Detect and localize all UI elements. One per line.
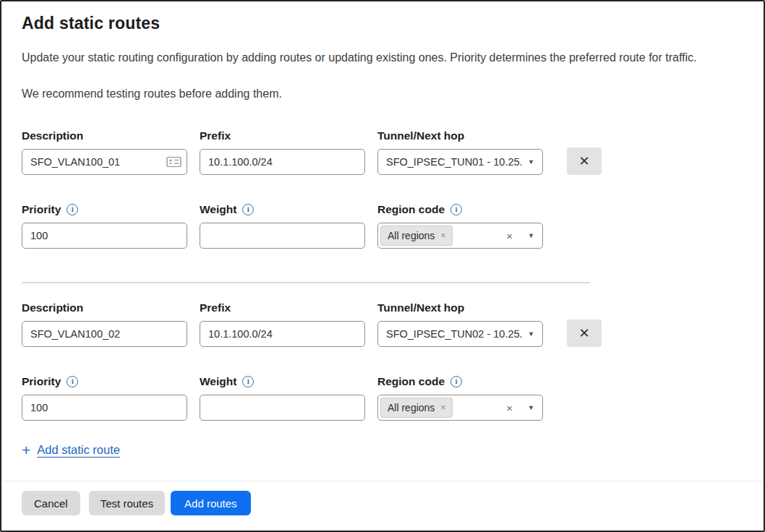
add-routes-button[interactable]: Add routes [171, 491, 251, 515]
weight-info-icon[interactable]: i [242, 204, 254, 215]
chip-remove-icon[interactable]: × [440, 231, 445, 240]
dialog-description: Update your static routing configuration… [22, 51, 743, 65]
remove-route-button[interactable]: ✕ [567, 147, 602, 175]
weight-label: Weight [200, 202, 236, 216]
chevron-down-icon: ▼ [528, 158, 534, 166]
page-title: Add static routes [22, 13, 743, 33]
test-routes-button[interactable]: Test routes [89, 491, 165, 515]
priority-label: Priority [22, 202, 61, 216]
route-group-2: Description Prefix Tunnel/Next hop [22, 301, 743, 421]
route-group-divider [22, 282, 590, 283]
tunnel-select[interactable]: SFO_IPSEC_TUN02 - 10.25... ▼ [377, 321, 543, 347]
description-label: Description [22, 301, 83, 314]
region-code-info-icon[interactable]: i [450, 376, 462, 387]
weight-info-icon[interactable]: i [242, 376, 254, 387]
priority-label: Priority [22, 374, 61, 388]
description-label: Description [22, 129, 83, 142]
close-icon: ✕ [578, 155, 589, 168]
region-chip[interactable]: All regions × [380, 398, 453, 418]
region-code-label: Region code [377, 202, 445, 216]
dialog-footer: Cancel Test routes Add routes [1, 481, 764, 515]
region-code-label: Region code [377, 374, 445, 388]
add-static-route-link[interactable]: + Add static route [22, 442, 120, 458]
prefix-label: Prefix [200, 129, 231, 142]
priority-info-icon[interactable]: i [67, 204, 78, 215]
region-chip-label: All regions [388, 230, 435, 241]
region-code-info-icon[interactable]: i [450, 204, 462, 215]
tunnel-selected-value: SFO_IPSEC_TUN02 - 10.25... [386, 328, 522, 340]
dialog-note: We recommend testing routes before addin… [22, 87, 743, 101]
add-static-route-link-label: Add static route [37, 443, 120, 457]
chevron-down-icon: ▼ [528, 232, 534, 239]
prefix-input[interactable] [200, 321, 365, 347]
tunnel-label: Tunnel/Next hop [377, 301, 464, 314]
tunnel-label: Tunnel/Next hop [377, 129, 464, 142]
weight-label: Weight [200, 374, 236, 388]
region-code-multiselect[interactable]: All regions × × ▼ [377, 395, 543, 421]
clear-selection-icon[interactable]: × [506, 403, 513, 413]
chevron-down-icon: ▼ [528, 404, 534, 411]
priority-input[interactable] [22, 395, 187, 421]
region-chip[interactable]: All regions × [380, 226, 453, 246]
add-static-routes-dialog: Add static routes Update your static rou… [0, 0, 765, 532]
priority-input[interactable] [22, 223, 187, 249]
route-group-1: Description [22, 129, 743, 249]
plus-icon: + [22, 442, 30, 458]
cancel-button[interactable]: Cancel [22, 491, 80, 515]
description-input[interactable] [22, 321, 187, 347]
prefix-input[interactable] [200, 149, 365, 175]
chevron-down-icon: ▼ [528, 330, 534, 338]
remove-route-button[interactable]: ✕ [567, 319, 602, 347]
contact-card-icon[interactable] [166, 157, 181, 168]
tunnel-selected-value: SFO_IPSEC_TUN01 - 10.25... [386, 156, 522, 168]
weight-input[interactable] [200, 395, 365, 421]
prefix-label: Prefix [200, 301, 231, 314]
chip-remove-icon[interactable]: × [440, 403, 445, 412]
tunnel-select[interactable]: SFO_IPSEC_TUN01 - 10.25... ▼ [377, 149, 543, 175]
priority-info-icon[interactable]: i [67, 376, 78, 387]
description-input[interactable] [22, 149, 187, 175]
weight-input[interactable] [200, 223, 365, 249]
clear-selection-icon[interactable]: × [506, 231, 513, 241]
region-chip-label: All regions [388, 402, 435, 413]
close-icon: ✕ [578, 327, 589, 340]
region-code-multiselect[interactable]: All regions × × ▼ [377, 223, 543, 249]
static-routes-form: Description [22, 129, 743, 458]
